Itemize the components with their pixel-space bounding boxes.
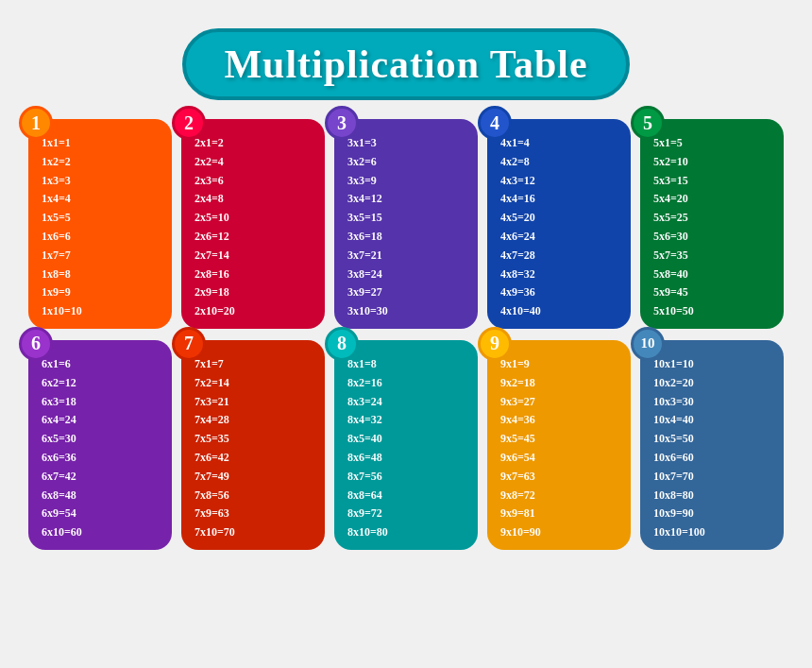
table-card-4: 44x1=4 4x2=8 4x3=12 4x4=16 4x5=20 4x6=24… — [487, 119, 631, 329]
table-card-2: 22x1=2 2x2=4 2x3=6 2x4=8 2x5=10 2x6=12 2… — [181, 119, 325, 329]
table-content-9: 9x1=9 9x2=18 9x3=27 9x4=36 9x5=45 9x6=54… — [500, 355, 621, 542]
table-number-1: 1 — [19, 106, 53, 140]
table-card-8: 88x1=8 8x2=16 8x3=24 8x4=32 8x5=40 8x6=4… — [334, 340, 478, 550]
table-content-3: 3x1=3 3x2=6 3x3=9 3x4=12 3x5=15 3x6=18 3… — [347, 134, 468, 321]
table-card-7: 77x1=7 7x2=14 7x3=21 7x4=28 7x5=35 7x6=4… — [181, 340, 325, 550]
table-number-3: 3 — [325, 106, 359, 140]
table-content-2: 2x1=2 2x2=4 2x3=6 2x4=8 2x5=10 2x6=12 2x… — [195, 134, 315, 321]
table-card-5: 55x1=5 5x2=10 5x3=15 5x4=20 5x5=25 5x6=3… — [640, 119, 784, 329]
table-number-5: 5 — [631, 106, 665, 140]
table-number-6: 6 — [19, 327, 53, 361]
table-number-10: 10 — [631, 327, 665, 361]
table-card-3: 33x1=3 3x2=6 3x3=9 3x4=12 3x5=15 3x6=18 … — [334, 119, 478, 329]
table-content-6: 6x1=6 6x2=12 6x3=18 6x4=24 6x5=30 6x6=36… — [42, 355, 162, 542]
table-content-5: 5x1=5 5x2=10 5x3=15 5x4=20 5x5=25 5x6=30… — [653, 134, 774, 321]
table-card-1: 11x1=1 1x2=2 1x3=3 1x4=4 1x5=5 1x6=6 1x7… — [28, 119, 172, 329]
table-content-10: 10x1=10 10x2=20 10x3=30 10x4=40 10x5=50 … — [653, 355, 774, 542]
table-content-1: 1x1=1 1x2=2 1x3=3 1x4=4 1x5=5 1x6=6 1x7=… — [42, 134, 162, 321]
row-1: 11x1=1 1x2=2 1x3=3 1x4=4 1x5=5 1x6=6 1x7… — [28, 119, 784, 329]
table-content-8: 8x1=8 8x2=16 8x3=24 8x4=32 8x5=40 8x6=48… — [347, 355, 468, 542]
table-card-9: 99x1=9 9x2=18 9x3=27 9x4=36 9x5=45 9x6=5… — [487, 340, 631, 550]
table-card-6: 66x1=6 6x2=12 6x3=18 6x4=24 6x5=30 6x6=3… — [28, 340, 172, 550]
row-2: 66x1=6 6x2=12 6x3=18 6x4=24 6x5=30 6x6=3… — [28, 340, 784, 550]
tables-wrapper: 11x1=1 1x2=2 1x3=3 1x4=4 1x5=5 1x6=6 1x7… — [14, 119, 798, 550]
table-number-8: 8 — [325, 327, 359, 361]
table-number-2: 2 — [172, 106, 206, 140]
table-content-7: 7x1=7 7x2=14 7x3=21 7x4=28 7x5=35 7x6=42… — [195, 355, 315, 542]
table-number-4: 4 — [478, 106, 512, 140]
table-number-9: 9 — [478, 327, 512, 361]
page-title: Multiplication Table — [224, 43, 587, 86]
title-container: Multiplication Table — [182, 28, 629, 100]
table-content-4: 4x1=4 4x2=8 4x3=12 4x4=16 4x5=20 4x6=24 … — [500, 134, 621, 321]
table-number-7: 7 — [172, 327, 206, 361]
table-card-10: 1010x1=10 10x2=20 10x3=30 10x4=40 10x5=5… — [640, 340, 784, 550]
